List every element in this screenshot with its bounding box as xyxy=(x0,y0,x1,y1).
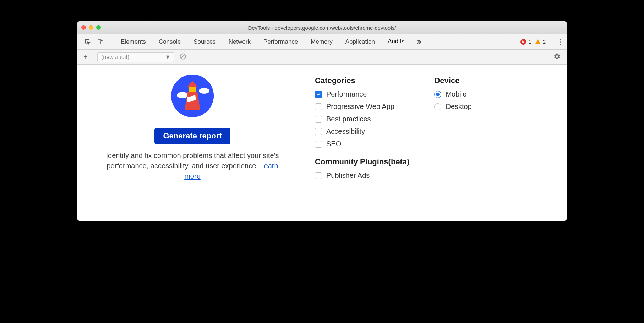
warning-icon xyxy=(535,39,541,44)
audits-intro: Generate report Identify and fix common … xyxy=(84,75,301,199)
category-accessibility[interactable]: Accessibility xyxy=(315,127,409,136)
radio-icon xyxy=(434,103,441,110)
svg-rect-10 xyxy=(189,87,196,92)
tab-elements[interactable]: Elements xyxy=(114,34,152,49)
categories-heading: Categories xyxy=(315,76,409,85)
category-seo[interactable]: SEO xyxy=(315,140,409,148)
settings-gear-icon[interactable] xyxy=(553,53,563,61)
clear-icon[interactable] xyxy=(179,53,186,61)
checkbox-icon xyxy=(315,172,322,179)
category-performance[interactable]: Performance xyxy=(315,90,409,98)
separator xyxy=(551,37,551,46)
lighthouse-logo-icon xyxy=(171,75,214,117)
svg-point-4 xyxy=(560,41,561,43)
inspect-icon[interactable] xyxy=(81,34,94,49)
tab-performance[interactable]: Performance xyxy=(257,34,304,49)
checkbox-icon xyxy=(315,141,322,148)
new-audit-button[interactable]: + xyxy=(81,53,91,61)
tab-application[interactable]: Application xyxy=(339,34,381,49)
svg-point-9 xyxy=(199,88,209,94)
error-count[interactable]: 1 xyxy=(520,39,531,45)
device-mobile[interactable]: Mobile xyxy=(434,90,471,98)
checkbox-icon xyxy=(315,116,322,123)
kebab-menu-icon[interactable] xyxy=(554,34,567,49)
error-icon xyxy=(520,39,526,45)
more-tabs-chevron-icon[interactable] xyxy=(411,34,429,49)
categories-column: Categories Performance Progressive Web A… xyxy=(315,76,409,199)
status-indicators[interactable]: 1 2 xyxy=(520,34,548,49)
tab-console[interactable]: Console xyxy=(152,34,187,49)
category-pwa[interactable]: Progressive Web App xyxy=(315,103,409,111)
audits-config: Categories Performance Progressive Web A… xyxy=(315,75,560,199)
checkbox-icon xyxy=(315,103,322,110)
audit-selector[interactable]: (new audit) ▼ xyxy=(97,52,174,62)
device-desktop[interactable]: Desktop xyxy=(434,103,471,111)
devtools-window: DevTools - developers.google.com/web/too… xyxy=(77,21,567,221)
tab-sources[interactable]: Sources xyxy=(187,34,222,49)
device-toggle-icon[interactable] xyxy=(94,34,107,49)
warning-count[interactable]: 2 xyxy=(535,39,546,45)
svg-point-3 xyxy=(560,39,561,40)
separator xyxy=(110,37,110,46)
generate-report-button[interactable]: Generate report xyxy=(154,128,230,144)
tab-network[interactable]: Network xyxy=(222,34,257,49)
window-title: DevTools - developers.google.com/web/too… xyxy=(248,24,396,31)
checkbox-icon xyxy=(315,128,322,135)
audit-selector-label: (new audit) xyxy=(101,54,129,60)
plugins-heading: Community Plugins(beta) xyxy=(315,157,409,166)
main-tabbar: Elements Console Sources Network Perform… xyxy=(77,34,567,50)
svg-point-8 xyxy=(177,92,188,98)
device-column: Device Mobile Desktop xyxy=(434,76,471,199)
device-heading: Device xyxy=(434,76,471,85)
checkbox-icon xyxy=(315,91,322,98)
close-window-button[interactable] xyxy=(81,25,86,30)
plugin-publisher-ads[interactable]: Publisher Ads xyxy=(315,171,409,180)
category-best-practices[interactable]: Best practices xyxy=(315,115,409,123)
tab-audits[interactable]: Audits xyxy=(381,34,411,49)
chevron-down-icon: ▼ xyxy=(165,54,170,60)
audits-description: Identify and fix common problems that af… xyxy=(100,150,285,181)
traffic-lights xyxy=(81,25,101,30)
audits-toolbar: + (new audit) ▼ xyxy=(77,50,567,65)
titlebar: DevTools - developers.google.com/web/too… xyxy=(77,21,567,34)
radio-icon xyxy=(434,91,441,98)
tab-memory[interactable]: Memory xyxy=(304,34,339,49)
svg-point-5 xyxy=(560,43,561,45)
maximize-window-button[interactable] xyxy=(96,25,101,30)
panel-tabs: Elements Console Sources Network Perform… xyxy=(114,34,429,49)
minimize-window-button[interactable] xyxy=(89,25,93,30)
svg-rect-2 xyxy=(100,41,103,44)
audits-panel: Generate report Identify and fix common … xyxy=(77,65,567,221)
